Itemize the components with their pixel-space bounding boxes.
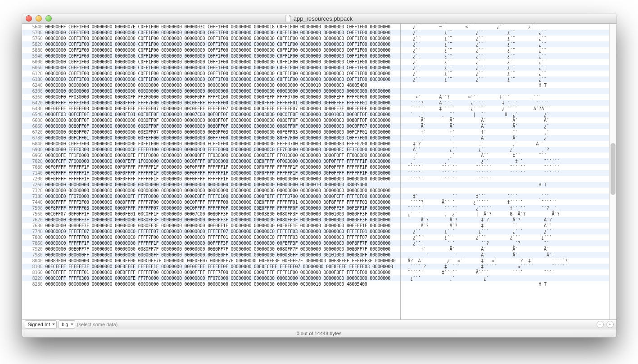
hex-bytes[interactable]: 00C0FF07 00F0FF1F 00000000 0000FE01 00C0… [45,211,391,217]
ascii-text[interactable]: ≈˙ Ä˙˙? ≈˙˙˙ ‡˙˙˙ ˛˙˙˙ [401,94,542,100]
ascii-row[interactable]: ˙ ¸˙ ˛ ¯˙ | ¯˙ 8 ¿˙ ¿˙ [401,112,609,117]
ascii-text[interactable]: ‡˙ ˙˙ ‡˙˙˙ ¯˙˙˙ ¸˙˙˙ [401,193,549,199]
hex-bytes[interactable]: 00FCFFFF FFFFFF3F 00000000 00E0FFFF FFFF… [45,264,393,270]
hex-bytes[interactable]: 00000000 C0FF1F00 00000000 00000000 C0FF… [45,59,391,65]
hex-row[interactable]: 828000000000 00000000 00000000 00000000 … [22,281,400,287]
ascii-text[interactable]: ˙ ˙ Ä˙ Ä˙ Ä˙˙ [401,252,555,258]
hex-bytes[interactable]: 00000000 0080FF3F 00000000 00000000 0080… [45,223,391,229]
hex-row[interactable]: 65400000FF03 00FCFF0F 00000000 0000FE01 … [22,112,400,117]
ascii-text[interactable] [401,188,405,193]
hex-row[interactable]: 70200000FCFF 7F000000 00000000 0000FEFF … [22,158,400,164]
hex-row[interactable]: 678000000000 00FCFF01 00000000 00000000 … [22,135,400,141]
hex-row[interactable]: 684000000000 C0FF3F00 00000000 00000000 … [22,141,400,147]
hex-bytes[interactable]: 00000000 C0FF1F00 00000000 00000000 C0FF… [45,36,391,41]
hex-row[interactable]: 816000F0FFFF FFFFFF01 00000000 00E0FFFF … [22,270,400,275]
hex-row[interactable]: 594000000000 C0FF1F00 00000000 00000000 … [22,53,400,59]
hex-row[interactable]: 726000000000 00000000 00000000 00000000 … [22,182,400,188]
ascii-text[interactable]: ¿˙¨ ¿˙¨ ¿˙¨ ¿˙¨ ¿˙¨ [401,36,547,41]
ascii-row[interactable] [401,188,609,193]
ascii-text[interactable]: ¿˙˙˙ ¿˙˙˙ ¿˙˙˙ ¿˙˙˙ ¿˙˙˙ [401,229,555,234]
hex-row[interactable]: 7860000000C0 FFFFFF1F 00000000 00000000 … [22,240,400,246]
ascii-row[interactable]: ‡˙ ‡˙ ‡˙ ¯˙ ¸˙ [401,129,609,135]
ascii-row[interactable]: ¯˙˙˙˙˙ ˙˙˙˙˙ ¿˙˙˙˙˙ ‡˙˙˙˙˙ ¯˙? ˛˙ [401,205,609,211]
hex-row[interactable]: 7800000000C0 FFFFFF00 00000000 000000C0 … [22,234,400,240]
ascii-text[interactable]: ¿˙¨ ¿˙¨ ¿˙¨ ¿˙¨ ¿˙¨ [401,53,547,59]
hex-row[interactable]: 606000000000 C0FF1F00 00000000 00000000 … [22,65,400,71]
hex-bytes[interactable]: 00000000 000000FF 00000000 00000000 0000… [45,252,391,258]
ascii-row[interactable]: ˙˙˙˙? Ä˙˙˙˙ ¿˙˙˙˙˙ ‡˙˙˙˙˙ ¯˙˙˙˙˙ [401,100,609,106]
hex-row[interactable]: 798000000000 000000FF 00000000 00000000 … [22,252,400,258]
ascii-row[interactable]: ˛˙ ˛˙ Ä˙˙ ‡˙˙ ¯˙˙ [401,153,609,158]
endian-select[interactable]: big [59,320,75,328]
ascii-row[interactable]: ¿˙˙˙ ¿˙˙ ¿˙˙˙ ¿˙˙˙ ¿˙˙˙ [401,234,609,240]
hex-bytes[interactable]: 00000080 FFFF0300 00000000 000000C0 FFFF… [45,147,391,153]
ascii-row[interactable]: Ä˙ Ä˙ Ä˙ Ä˙ Ä˙ [401,117,609,123]
ascii-text[interactable]: H T [401,281,547,287]
ascii-text[interactable]: Ä˙? Ä˙? ‡˙ ¯˙ Ä˙˙ [401,223,552,229]
hex-row[interactable]: 582000000000 C0FF1F00 00000000 00000000 … [22,41,400,47]
ascii-text[interactable]: ˙˙˙˙? Ä˙˙˙˙ ¿˙˙˙˙˙ ‡˙˙˙˙˙ ¯˙˙˙˙˙ [401,100,549,106]
hex-bytes[interactable]: 000000FE FF1F0000 00000000 000000FE FF1F… [45,153,391,158]
zoom-out-button[interactable]: − [597,321,604,328]
hex-row[interactable]: 750000F8FFFF FFFFFF03 00000000 0000FFFF … [22,205,400,211]
hex-row[interactable]: 792000000000 00E0FF7F 00000000 00000000 … [22,246,400,252]
ascii-text[interactable]: ¿˙¨ ¿˙¨ ¿˙¨ ¿˙¨ ¿˙¨ [401,59,547,65]
hex-row[interactable]: 720000F0FFFF FFFFFF1F 00000000 00F0FFFF … [22,176,400,182]
ascii-row[interactable]: ‡˙ Ä˙ Ä˙ Ä˙ Ä˙ [401,246,609,252]
ascii-row[interactable]: ¸˙ ˛˙ Ä˙ Ä˙ ¿˙ [401,135,609,141]
ascii-text[interactable]: ¯˙˙˙˙˙ ˙˙˙˙˙ ¿˙˙˙˙˙ ‡˙˙˙˙˙ ¯˙? ˛˙ [401,205,557,211]
hex-bytes[interactable]: 00000000 00E0FF07 00000000 00000000 00E0… [45,129,391,135]
hex-row[interactable]: 74400000FFFF FFFF3F00 00000000 0080FFFF … [22,199,400,205]
ascii-text[interactable]: ¯˙˙˙˙˙ ‡˙˙˙˙˙ ¿˙˙˙˙˙ ¿˙˙˙˙˙ Ä˙?Ä˙˙ [401,106,549,112]
hex-bytes[interactable]: 00000000 00000000 00000000 00000000 0000… [45,188,391,193]
hex-bytes[interactable]: 000000FF C0FF1F00 00000000 0000007E C0FF… [45,24,391,30]
hex-bytes[interactable]: 00383F00 00000000 00000000 00C0FF00 000C… [45,258,396,264]
hex-bytes[interactable]: 00000000 00000000 00000000 00000000 0000… [45,82,367,88]
ascii-text[interactable]: Ä˙ Ä˙ Ä˙ Ä˙ Ä˙ [401,117,549,123]
hex-row[interactable]: 624000000000 00000000 00000000 00000000 … [22,82,400,88]
ascii-text[interactable]: ¿˙¨ ¿˙¨ ¿˙¨ ¿˙¨ ¿˙¨ [401,71,547,76]
hex-row[interactable]: 660000000000 0080FF0F 00000000 00000000 … [22,117,400,123]
ascii-row[interactable]: ‡˙? ¯˙ ¸˙ ˛˙ Ä˙˙ [401,141,609,147]
ascii-row[interactable]: ¿˙˙˙ ¿˙˙˙ ¿˙˙˙ ¿˙˙˙ ¿˙˙˙ [401,229,609,234]
ascii-row[interactable] [401,88,609,94]
ascii-text[interactable]: H T [401,82,547,88]
hex-row[interactable]: 600000000000 C0FF1F00 00000000 00000000 … [22,59,400,65]
hex-row[interactable]: 618000000000 C0FF1F00 00000000 00000000 … [22,76,400,82]
ascii-text[interactable]: ¿˙ ¯˙ ˛ ¿˙ | Ä˙? 8 Ä˙? Ä˙? [401,211,560,217]
hex-row[interactable]: 588000000000 C0FF1F00 00000000 00000000 … [22,47,400,53]
hex-bytes[interactable]: 00F0FFFF FFFFFF01 00000000 00E0FFFF FFFF… [45,270,391,275]
ascii-text[interactable]: ‡˙ ‡˙ ‡˙ ¯˙ ¸˙ [401,129,549,135]
hex-row[interactable]: 708000F0FFFF FFFFFF1F 00000000 00F0FFFF … [22,164,400,170]
ascii-row[interactable]: ¿˙˙˙ ˛˙ ¿˙ [401,275,609,281]
hex-bytes[interactable]: 00000000 00E0FF7F 00000000 00000000 0080… [45,246,391,252]
ascii-text[interactable]: ‡˙? ¯˙ ¸˙ ˛˙ Ä˙˙ [401,141,544,147]
hex-bytes[interactable]: 00F0FFFF FFFFFF1F 00000000 00F0FFFF FFFF… [45,164,391,170]
ascii-text[interactable]: ‡˙ Ä˙ Ä˙ Ä˙ Ä˙ [401,246,549,252]
ascii-row[interactable]: ‡˙ ˙˙ ‡˙˙˙ ¯˙˙˙ ¸˙˙˙ [401,193,609,199]
hex-bytes[interactable]: 00000000 C0FF1F00 00000000 00000000 C0FF… [45,41,391,47]
hex-bytes[interactable]: 00000000 0080FF0F 00000000 00000000 0080… [45,123,391,129]
hex-row[interactable]: 810000FCFFFF FFFFFF3F 00000000 00E0FFFF … [22,264,400,270]
ascii-row[interactable]: ¸˙˙˙˙˙? ‡˙˙˙˙˙ ‡˙˙˙˙˙ ≈˙˙˙˙˙ ¯˙˙˙˙˙ [401,264,609,270]
hex-bytes[interactable]: 0000FCFF 7F000000 00000000 0000FEFF 1F00… [45,158,391,164]
ascii-row[interactable]: Ä˙? Ä˙? ‡˙? Ä˙? Ä˙? [401,217,609,223]
ascii-row[interactable]: ¿˙¨ ~˙¨ <˙¨ ¿˙¨ ¿˙¨ [401,24,609,30]
ascii-row[interactable]: ¯˙˙˙˙˙ ¯˙˙˙˙˙ ¯˙˙˙˙˙ [401,176,609,182]
ascii-row[interactable]: ¿˙¨ ¿˙¨ ¿˙¨ ¿˙¨ ¿˙¨ [401,59,609,65]
hex-bytes[interactable]: 00000000 00000000 00000000 00000000 0000… [45,281,367,287]
ascii-text[interactable]: ¿˙¨ ¿˙¨ ¿˙¨ ¿˙¨ ¿˙¨ [401,30,547,36]
hex-row[interactable]: 714000F0FFFF FFFFFF1F 00000000 00F0FFFF … [22,170,400,176]
hex-bytes[interactable]: 0000C0FF FFFF0300 00000000 000000FE FF7F… [45,275,391,281]
ascii-text[interactable]: ¿˙¨ ¿˙¨ ¿˙¨ ¿˙¨ ¿˙¨ [401,65,547,71]
ascii-row[interactable]: ¿˙¨ ¿˙¨ ¿˙¨ ¿˙¨ ¿˙¨ [401,41,609,47]
hex-row[interactable]: 82200000C0FF FFFF0300 00000000 000000FE … [22,275,400,281]
hex-bytes[interactable]: 00F0FFFF FFFFFF1F 00000000 00F0FFFF FFFF… [45,176,391,182]
ascii-text[interactable]: ˛˙ ˛˙ Ä˙˙ ‡˙˙ ¯˙˙ [401,153,547,158]
ascii-row[interactable]: H T [401,182,609,188]
hex-bytes[interactable]: 000000F0 FF030000 00000000 000080FF FF3F… [45,94,391,100]
ascii-text[interactable]: ¿˙¨ ~˙¨ <˙¨ ¿˙¨ ¿˙¨ [401,24,536,30]
hex-row[interactable]: 762000000000 0080FF3F 00000000 00000000 … [22,217,400,223]
ascii-row[interactable]: Ä˙˙ ¿˙˙ ¿˙˙ ¿˙ ¸˙? [401,147,609,153]
scroll-thumb[interactable] [611,143,615,195]
